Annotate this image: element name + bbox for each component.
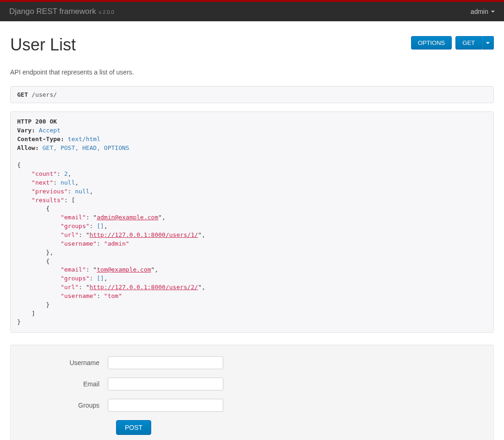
chevron-down-icon — [491, 11, 495, 12]
request-line: GET /users/ — [10, 86, 494, 103]
email-input[interactable] — [108, 378, 223, 390]
brand-text: Django REST framework — [9, 7, 96, 16]
request-path: /users/ — [31, 91, 57, 98]
get-dropdown-toggle[interactable] — [482, 36, 494, 50]
user-label: admin — [471, 8, 488, 15]
url-link[interactable]: http://127.0.0.1:8000/users/1/ — [90, 231, 198, 238]
username-input[interactable] — [108, 356, 223, 369]
groups-label: Groups — [20, 402, 108, 409]
api-description: API endpoint that represents a list of u… — [10, 68, 494, 76]
request-method: GET — [17, 91, 28, 98]
groups-input[interactable] — [108, 399, 223, 412]
header-actions: OPTIONS GET — [411, 36, 494, 50]
page-title: User List — [10, 35, 76, 55]
post-form: Username Email Groups POST — [10, 345, 494, 440]
options-button[interactable]: OPTIONS — [411, 36, 452, 50]
brand-version: v 2.0.0 — [99, 9, 114, 15]
chevron-down-icon — [486, 42, 490, 44]
user-menu[interactable]: admin — [471, 8, 495, 15]
username-label: Username — [20, 359, 108, 366]
get-button-group: GET — [455, 36, 494, 50]
navbar: Django REST framework v 2.0.0 admin — [0, 2, 504, 21]
email-link[interactable]: admin@example.com — [97, 214, 158, 221]
response-body: HTTP 200 OK Vary: Accept Content-Type: t… — [10, 112, 494, 333]
post-button[interactable]: POST — [116, 420, 151, 435]
url-link[interactable]: http://127.0.0.1:8000/users/2/ — [90, 284, 198, 291]
email-link[interactable]: tom@example.com — [97, 266, 151, 273]
navbar-brand[interactable]: Django REST framework v 2.0.0 — [9, 7, 114, 16]
get-button[interactable]: GET — [455, 36, 482, 50]
email-label: Email — [20, 380, 108, 388]
